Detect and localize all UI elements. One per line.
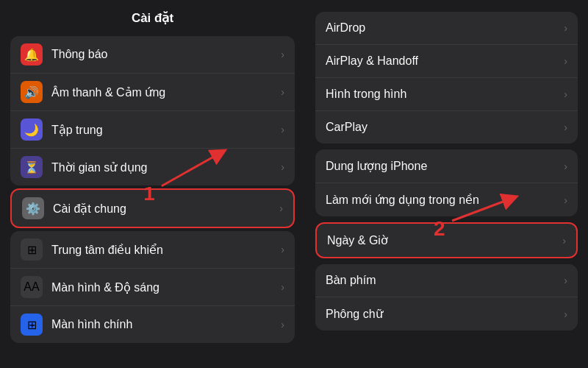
sounds-label: Âm thanh & Cảm ứng [51, 85, 281, 99]
focus-icon: 🌙 [21, 118, 43, 141]
general-icon: ⚙️ [22, 197, 44, 219]
general-chevron: › [279, 202, 283, 214]
carplay-label: CarPlay [326, 121, 564, 134]
right-item-keyboard[interactable]: Bàn phím› [315, 264, 578, 297]
general-label: Cài đặt chung [53, 202, 279, 216]
pip-label: Hình trong hình [326, 88, 564, 101]
settings-item-general[interactable]: ⚙️Cài đặt chung› [12, 190, 293, 227]
display-icon: AA [21, 276, 43, 298]
screentime-label: Thời gian sử dụng [51, 160, 281, 174]
display-label: Màn hình & Độ sáng [51, 280, 281, 294]
airplay-chevron: › [564, 55, 567, 67]
right-group-rgroup1: AirDrop›AirPlay & Handoff›Hình trong hìn… [315, 12, 578, 144]
right-item-airdrop[interactable]: AirDrop› [315, 12, 578, 45]
notifications-chevron: › [281, 49, 284, 60]
settings-group-group1: 🔔Thông báo›🔊Âm thanh & Cảm ứng›🌙Tập trun… [10, 36, 295, 185]
controlcenter-label: Trung tâm điều khiển [51, 243, 281, 257]
right-item-datetime[interactable]: Ngày & Giờ› [317, 224, 576, 257]
datetime-chevron: › [562, 235, 566, 247]
right-item-storage[interactable]: Dung lượng iPhone› [315, 149, 578, 183]
settings-item-display[interactable]: AAMàn hình & Độ sáng› [10, 269, 295, 306]
focus-label: Tập trung [51, 123, 281, 137]
bgrefresh-label: Làm mới ứng dụng trong nền [326, 193, 564, 207]
font-label: Phông chữ [326, 307, 564, 321]
airplay-label: AirPlay & Handoff [326, 54, 564, 68]
keyboard-chevron: › [564, 275, 567, 286]
homescreen-chevron: › [281, 319, 284, 330]
settings-item-notifications[interactable]: 🔔Thông báo› [10, 36, 295, 74]
focus-chevron: › [281, 124, 284, 135]
right-group-rgroup2: Dung lượng iPhone›Làm mới ứng dụng trong… [315, 149, 578, 216]
settings-item-sounds[interactable]: 🔊Âm thanh & Cảm ứng› [10, 74, 295, 111]
storage-chevron: › [564, 160, 567, 172]
settings-group-group2: ⚙️Cài đặt chung› [10, 188, 295, 228]
settings-item-screentime[interactable]: ⏳Thời gian sử dụng› [10, 149, 295, 185]
carplay-chevron: › [564, 121, 567, 133]
airdrop-chevron: › [564, 22, 567, 34]
font-chevron: › [564, 308, 567, 320]
right-panel: AirDrop›AirPlay & Handoff›Hình trong hìn… [305, 0, 588, 368]
settings-item-homescreen[interactable]: ⊞Màn hình chính› [10, 306, 295, 343]
right-item-font[interactable]: Phông chữ› [315, 297, 578, 330]
homescreen-label: Màn hình chính [51, 318, 281, 331]
keyboard-label: Bàn phím [326, 274, 564, 287]
display-chevron: › [281, 281, 284, 293]
notifications-label: Thông báo [51, 48, 281, 61]
right-item-carplay[interactable]: CarPlay› [315, 111, 578, 144]
sounds-icon: 🔊 [21, 81, 43, 103]
airdrop-label: AirDrop [326, 21, 564, 35]
pip-chevron: › [564, 88, 567, 100]
right-group-rgroup4: Bàn phím›Phông chữ› [315, 264, 578, 330]
right-item-airplay[interactable]: AirPlay & Handoff› [315, 45, 578, 78]
settings-group-group3: ⊞Trung tâm điều khiển›AAMàn hình & Độ sá… [10, 231, 295, 343]
notifications-icon: 🔔 [21, 43, 43, 66]
left-panel: Cài đặt 🔔Thông báo›🔊Âm thanh & Cảm ứng›🌙… [0, 0, 305, 368]
bgrefresh-chevron: › [564, 194, 567, 206]
right-item-pip[interactable]: Hình trong hình› [315, 78, 578, 111]
screentime-chevron: › [281, 161, 284, 173]
homescreen-icon: ⊞ [21, 314, 43, 336]
screentime-icon: ⏳ [21, 156, 43, 178]
settings-item-controlcenter[interactable]: ⊞Trung tâm điều khiển› [10, 231, 295, 269]
controlcenter-icon: ⊞ [21, 238, 43, 261]
right-item-bgrefresh[interactable]: Làm mới ứng dụng trong nền› [315, 183, 578, 216]
page-title: Cài đặt [0, 0, 305, 33]
sounds-chevron: › [281, 86, 284, 98]
controlcenter-chevron: › [281, 244, 284, 255]
settings-item-focus[interactable]: 🌙Tập trung› [10, 111, 295, 149]
left-content: 🔔Thông báo›🔊Âm thanh & Cảm ứng›🌙Tập trun… [0, 33, 305, 368]
right-group-rgroup3: Ngày & Giờ› [315, 222, 578, 258]
datetime-label: Ngày & Giờ [327, 233, 562, 247]
storage-label: Dung lượng iPhone [326, 159, 564, 173]
